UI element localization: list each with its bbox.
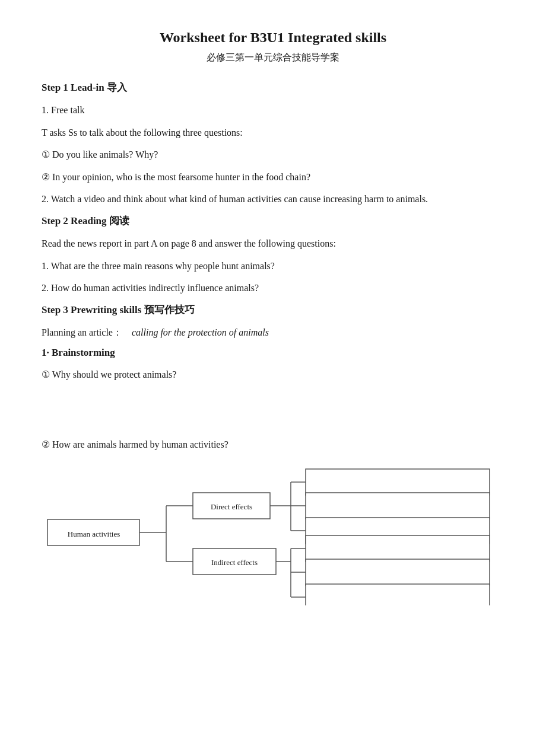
step1-item2: 2. Watch a video and think about what ki… — [42, 192, 504, 207]
indirect-sub-box-1 — [306, 535, 490, 562]
step2-q2: 2. How do human activities indirectly in… — [42, 280, 504, 296]
indirect-sub-box-2 — [306, 559, 490, 585]
step2-heading: Step 2 Reading 阅读 — [42, 214, 504, 228]
direct-effects-label: Direct effects — [211, 502, 252, 511]
page-title: Worksheet for B3U1 Integrated skills — [42, 30, 504, 46]
brainstorm-q1: ① Why should we protect animals? — [42, 367, 504, 382]
step2-q1: 1. What are the three main reasons why p… — [42, 259, 504, 274]
subtitle: 必修三第一单元综合技能导学案 — [42, 52, 504, 64]
step3-heading: Step 3 Prewriting skills 预写作技巧 — [42, 303, 504, 317]
step1-heading: Step 1 Lead-in 导入 — [42, 81, 504, 94]
direct-sub-box-2 — [306, 493, 490, 519]
step1-item1-label: 1. Free talk — [42, 103, 504, 118]
brainstorm-q2: ② How are animals harmed by human activi… — [42, 437, 504, 452]
diagram-container: Human activities Direct effects Indirect… — [42, 463, 504, 605]
step2-intro: Read the news report in part A on page 8… — [42, 236, 504, 251]
step3-planning: Planning an article： calling for the pro… — [42, 325, 504, 340]
planning-value: calling for the protection of animals — [132, 327, 269, 337]
brainstorming-heading: 1· Brainstorming — [42, 347, 504, 359]
answer-space-1 — [42, 390, 504, 437]
planning-label: Planning an article： — [42, 327, 122, 337]
human-activities-label: Human activities — [68, 529, 120, 538]
indirect-sub-box-3 — [306, 584, 490, 605]
step1-instruction: T asks Ss to talk about the following th… — [42, 125, 504, 141]
direct-sub-box-1 — [306, 469, 490, 495]
diagram-svg: Human activities Direct effects Indirect… — [42, 463, 504, 605]
indirect-effects-label: Indirect effects — [211, 558, 258, 567]
step1-q2: ② In your opinion, who is the most fears… — [42, 170, 504, 185]
step1-q1: ① Do you like animals? Why? — [42, 147, 504, 162]
